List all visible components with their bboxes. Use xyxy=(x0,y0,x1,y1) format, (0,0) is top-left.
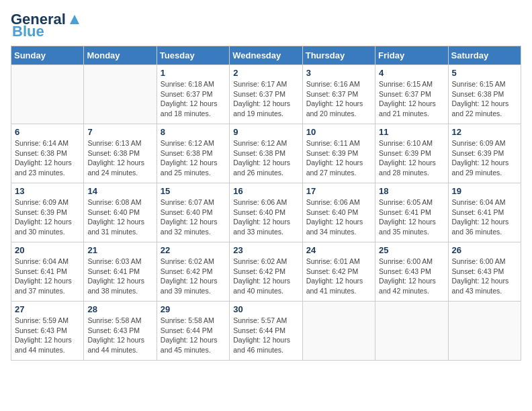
calendar-cell: 4Sunrise: 6:15 AM Sunset: 6:37 PM Daylig… xyxy=(375,65,448,124)
calendar-cell: 19Sunrise: 6:04 AM Sunset: 6:41 PM Dayli… xyxy=(448,183,521,242)
day-number: 9 xyxy=(233,127,298,137)
calendar-cell: 26Sunrise: 6:00 AM Sunset: 6:43 PM Dayli… xyxy=(448,242,521,302)
day-info: Sunrise: 6:15 AM Sunset: 6:38 PM Dayligh… xyxy=(452,79,517,119)
svg-marker-0 xyxy=(70,15,79,24)
day-info: Sunrise: 6:00 AM Sunset: 6:43 PM Dayligh… xyxy=(452,257,517,296)
calendar-cell xyxy=(375,302,448,361)
calendar-cell: 25Sunrise: 6:00 AM Sunset: 6:43 PM Dayli… xyxy=(375,242,448,302)
dow-header: Saturday xyxy=(448,46,521,65)
dow-header: Monday xyxy=(84,46,157,65)
day-number: 26 xyxy=(452,245,517,255)
day-info: Sunrise: 6:09 AM Sunset: 6:39 PM Dayligh… xyxy=(15,197,80,237)
day-number: 12 xyxy=(452,127,517,137)
day-number: 21 xyxy=(87,245,152,255)
calendar-body: 1Sunrise: 6:18 AM Sunset: 6:37 PM Daylig… xyxy=(11,65,521,361)
calendar-cell: 1Sunrise: 6:18 AM Sunset: 6:37 PM Daylig… xyxy=(157,65,229,124)
calendar-cell: 16Sunrise: 6:06 AM Sunset: 6:40 PM Dayli… xyxy=(230,183,302,242)
day-number: 18 xyxy=(379,186,444,196)
calendar-cell: 9Sunrise: 6:12 AM Sunset: 6:38 PM Daylig… xyxy=(230,124,302,183)
day-info: Sunrise: 6:17 AM Sunset: 6:37 PM Dayligh… xyxy=(233,79,298,119)
day-number: 19 xyxy=(452,186,517,196)
dow-header: Sunday xyxy=(11,46,84,65)
day-number: 11 xyxy=(379,127,444,137)
calendar-cell: 6Sunrise: 6:14 AM Sunset: 6:38 PM Daylig… xyxy=(11,124,84,183)
calendar-cell xyxy=(448,302,521,361)
day-number: 29 xyxy=(161,304,226,314)
day-number: 7 xyxy=(87,127,152,137)
day-number: 13 xyxy=(15,186,80,196)
day-number: 27 xyxy=(15,304,80,314)
day-number: 15 xyxy=(161,186,226,196)
calendar-cell: 3Sunrise: 6:16 AM Sunset: 6:37 PM Daylig… xyxy=(302,65,375,124)
calendar-cell: 14Sunrise: 6:08 AM Sunset: 6:40 PM Dayli… xyxy=(84,183,157,242)
dow-header: Tuesday xyxy=(157,46,229,65)
day-number: 22 xyxy=(161,245,226,255)
day-info: Sunrise: 6:11 AM Sunset: 6:39 PM Dayligh… xyxy=(306,138,371,178)
calendar-cell: 18Sunrise: 6:05 AM Sunset: 6:41 PM Dayli… xyxy=(375,183,448,242)
calendar-week-row: 27Sunrise: 5:59 AM Sunset: 6:43 PM Dayli… xyxy=(11,302,521,361)
day-number: 6 xyxy=(15,127,80,137)
day-info: Sunrise: 5:58 AM Sunset: 6:44 PM Dayligh… xyxy=(161,316,226,355)
dow-header: Wednesday xyxy=(230,46,302,65)
calendar-cell: 12Sunrise: 6:09 AM Sunset: 6:39 PM Dayli… xyxy=(448,124,521,183)
day-info: Sunrise: 6:12 AM Sunset: 6:38 PM Dayligh… xyxy=(233,138,298,178)
day-info: Sunrise: 6:12 AM Sunset: 6:38 PM Dayligh… xyxy=(161,138,226,178)
calendar-week-row: 13Sunrise: 6:09 AM Sunset: 6:39 PM Dayli… xyxy=(11,183,521,242)
dow-header: Thursday xyxy=(302,46,375,65)
day-number: 28 xyxy=(87,304,152,314)
day-info: Sunrise: 6:08 AM Sunset: 6:40 PM Dayligh… xyxy=(87,197,152,237)
logo-icon xyxy=(67,12,82,27)
day-info: Sunrise: 6:18 AM Sunset: 6:37 PM Dayligh… xyxy=(161,79,226,119)
day-info: Sunrise: 6:14 AM Sunset: 6:38 PM Dayligh… xyxy=(15,138,80,178)
calendar-cell: 2Sunrise: 6:17 AM Sunset: 6:37 PM Daylig… xyxy=(230,65,302,124)
day-info: Sunrise: 6:02 AM Sunset: 6:42 PM Dayligh… xyxy=(233,257,298,296)
day-number: 10 xyxy=(306,127,371,137)
dow-header: Friday xyxy=(375,46,448,65)
day-info: Sunrise: 6:03 AM Sunset: 6:41 PM Dayligh… xyxy=(87,257,152,296)
day-info: Sunrise: 6:07 AM Sunset: 6:40 PM Dayligh… xyxy=(161,197,226,237)
calendar-cell: 21Sunrise: 6:03 AM Sunset: 6:41 PM Dayli… xyxy=(84,242,157,302)
calendar-cell: 24Sunrise: 6:01 AM Sunset: 6:42 PM Dayli… xyxy=(302,242,375,302)
calendar-week-row: 20Sunrise: 6:04 AM Sunset: 6:41 PM Dayli… xyxy=(11,242,521,302)
calendar-cell: 29Sunrise: 5:58 AM Sunset: 6:44 PM Dayli… xyxy=(157,302,229,361)
day-number: 23 xyxy=(233,245,298,255)
calendar-cell xyxy=(84,65,157,124)
header: General Blue xyxy=(11,11,521,40)
day-info: Sunrise: 6:00 AM Sunset: 6:43 PM Dayligh… xyxy=(379,257,444,296)
day-info: Sunrise: 6:06 AM Sunset: 6:40 PM Dayligh… xyxy=(306,197,371,237)
day-info: Sunrise: 6:09 AM Sunset: 6:39 PM Dayligh… xyxy=(452,138,517,178)
days-of-week-row: SundayMondayTuesdayWednesdayThursdayFrid… xyxy=(11,46,521,65)
day-info: Sunrise: 6:02 AM Sunset: 6:42 PM Dayligh… xyxy=(161,257,226,296)
calendar-cell: 8Sunrise: 6:12 AM Sunset: 6:38 PM Daylig… xyxy=(157,124,229,183)
day-number: 2 xyxy=(233,68,298,78)
day-info: Sunrise: 6:05 AM Sunset: 6:41 PM Dayligh… xyxy=(379,197,444,237)
day-number: 20 xyxy=(15,245,80,255)
day-number: 30 xyxy=(233,304,298,314)
day-info: Sunrise: 5:59 AM Sunset: 6:43 PM Dayligh… xyxy=(15,316,80,355)
logo: General Blue xyxy=(11,11,82,40)
day-number: 4 xyxy=(379,68,444,78)
day-number: 3 xyxy=(306,68,371,78)
day-number: 17 xyxy=(306,186,371,196)
day-number: 25 xyxy=(379,245,444,255)
calendar-cell: 11Sunrise: 6:10 AM Sunset: 6:39 PM Dayli… xyxy=(375,124,448,183)
logo-blue: Blue xyxy=(12,23,44,40)
calendar-cell: 20Sunrise: 6:04 AM Sunset: 6:41 PM Dayli… xyxy=(11,242,84,302)
calendar-cell xyxy=(11,65,84,124)
calendar-cell: 13Sunrise: 6:09 AM Sunset: 6:39 PM Dayli… xyxy=(11,183,84,242)
day-info: Sunrise: 6:15 AM Sunset: 6:37 PM Dayligh… xyxy=(379,79,444,119)
day-info: Sunrise: 6:13 AM Sunset: 6:38 PM Dayligh… xyxy=(87,138,152,178)
calendar-cell: 28Sunrise: 5:58 AM Sunset: 6:43 PM Dayli… xyxy=(84,302,157,361)
day-number: 24 xyxy=(306,245,371,255)
day-info: Sunrise: 6:01 AM Sunset: 6:42 PM Dayligh… xyxy=(306,257,371,296)
calendar-cell: 15Sunrise: 6:07 AM Sunset: 6:40 PM Dayli… xyxy=(157,183,229,242)
day-info: Sunrise: 6:10 AM Sunset: 6:39 PM Dayligh… xyxy=(379,138,444,178)
calendar-cell: 17Sunrise: 6:06 AM Sunset: 6:40 PM Dayli… xyxy=(302,183,375,242)
day-info: Sunrise: 5:57 AM Sunset: 6:44 PM Dayligh… xyxy=(233,316,298,355)
calendar-cell xyxy=(302,302,375,361)
day-info: Sunrise: 6:06 AM Sunset: 6:40 PM Dayligh… xyxy=(233,197,298,237)
calendar-cell: 10Sunrise: 6:11 AM Sunset: 6:39 PM Dayli… xyxy=(302,124,375,183)
day-info: Sunrise: 6:16 AM Sunset: 6:37 PM Dayligh… xyxy=(306,79,371,119)
day-number: 14 xyxy=(87,186,152,196)
calendar-cell: 22Sunrise: 6:02 AM Sunset: 6:42 PM Dayli… xyxy=(157,242,229,302)
